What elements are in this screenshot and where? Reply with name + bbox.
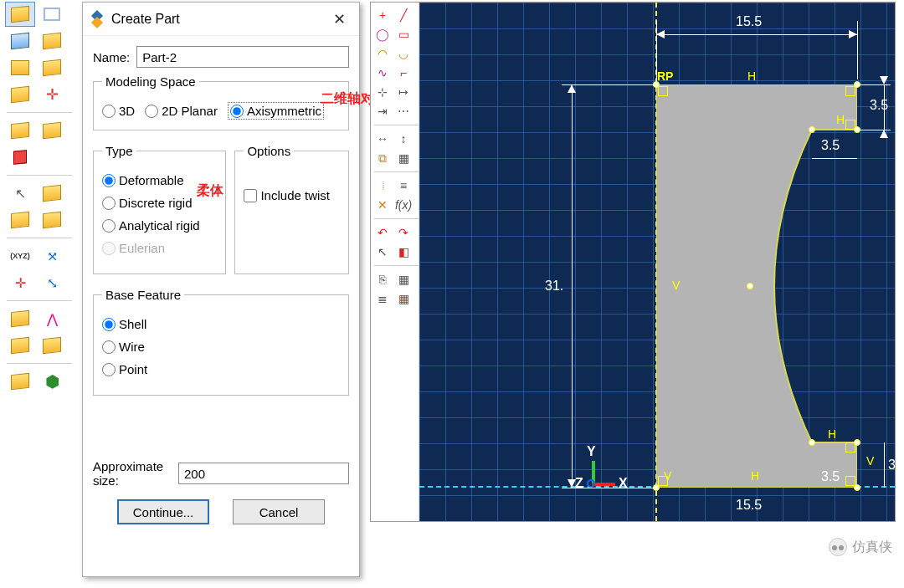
sketch-redo-icon[interactable]: ↷ (393, 223, 413, 242)
name-label: Name: (93, 50, 130, 64)
radio-shell[interactable]: Shell (102, 317, 146, 331)
sketch-construct-icon[interactable]: ⊹ (372, 83, 393, 101)
part-name-input[interactable] (136, 46, 349, 68)
constraint-h: H (836, 113, 845, 126)
tool-icon[interactable]: ✛ (5, 270, 35, 295)
datum-axis-icon[interactable]: ⤧ (37, 243, 67, 268)
tool-icon[interactable]: ✛ (37, 82, 67, 107)
tool-icon[interactable] (37, 118, 67, 143)
tool-icon[interactable] (5, 207, 35, 233)
datum-csys-icon[interactable]: (XYZ) (5, 243, 35, 268)
checkbox-include-twist[interactable]: Include twist (244, 188, 340, 202)
tool-icon[interactable]: ⋀ (37, 306, 67, 331)
sketch-canvas[interactable]: /* placeholder */ RP (419, 3, 895, 521)
annotation-deformable: 柔体 (197, 182, 223, 200)
sketch-grid2-icon[interactable]: ▦ (393, 270, 413, 289)
wechat-icon (829, 538, 847, 556)
constraint-v: V (664, 469, 671, 483)
tool-icon[interactable] (5, 333, 35, 358)
dim-top-width: 15.5 (736, 14, 762, 29)
tool-icon[interactable] (37, 207, 67, 233)
tool-icon[interactable] (5, 118, 35, 143)
type-group: Type Deformable Discrete rigid Analytica… (93, 144, 226, 274)
radio-eulerian: Eulerian (102, 241, 165, 255)
sketch-grid-icon[interactable]: ▦ (393, 149, 413, 167)
tool-icon[interactable]: ⤡ (37, 270, 67, 295)
sketch-ref-icon[interactable]: ⋯ (393, 102, 413, 120)
corner-marker-icon (845, 86, 855, 96)
sketch-arc-icon[interactable]: ◠ (372, 44, 393, 63)
base-feature-legend: Base Feature (102, 288, 184, 302)
sketch-delete-icon[interactable]: ✕ (372, 196, 393, 214)
sketch-erase-icon[interactable]: ◧ (393, 243, 413, 261)
sketch-line-icon[interactable]: ╱ (393, 6, 413, 24)
sketch-cursor-icon[interactable]: ↖ (372, 243, 393, 261)
sketch-extend-icon[interactable]: ≡ (393, 176, 413, 195)
corner-marker-icon (658, 86, 668, 96)
radio-analytical-rigid[interactable]: Analytical rigid (102, 218, 200, 233)
sketch-project-icon[interactable]: ↦ (393, 83, 413, 101)
tool-icon[interactable] (5, 369, 35, 394)
watermark: 仿真侠 (829, 538, 892, 556)
create-part-dialog: Create Part ✕ Name: Modeling Space 3D 2D… (82, 2, 360, 577)
continue-button[interactable]: Continue... (117, 499, 209, 524)
sketch-toolbar: +╱ ◯▭ ◠◡ ∿⌐ ⊹↦ ⇥⋯ ↔↕ ⧉▦ ⸽≡ ✕f(x) ↶↷ ↖◧ ⎘… (371, 3, 419, 521)
tool-icon[interactable] (5, 82, 35, 107)
cancel-button[interactable]: Cancel (233, 499, 325, 524)
dialog-title: Create Part (111, 12, 326, 27)
constraint-h: H (747, 69, 756, 83)
tool-icon[interactable]: ↖ (5, 181, 35, 206)
app-logo-icon (90, 12, 105, 27)
radio-wire[interactable]: Wire (102, 340, 145, 354)
tool-icon[interactable] (37, 181, 67, 206)
modeling-space-legend: Modeling Space (102, 74, 199, 89)
radio-2d-planar[interactable]: 2D Planar (145, 104, 218, 118)
sketch-copy-icon[interactable]: ⎘ (372, 270, 393, 289)
tool-icon[interactable] (5, 145, 35, 170)
sketch-matrix-icon[interactable]: ▦ (393, 289, 413, 308)
sketch-list-icon[interactable]: ≣ (372, 289, 393, 308)
constraint-h: H (751, 469, 759, 483)
radio-deformable[interactable]: Deformable (102, 173, 184, 187)
sketch-point-icon[interactable]: + (372, 6, 393, 24)
sketch-circle-icon[interactable]: ◯ (372, 25, 393, 43)
sketch-viewport: +╱ ◯▭ ◠◡ ∿⌐ ⊹↦ ⇥⋯ ↔↕ ⧉▦ ⸽≡ ✕f(x) ↶↷ ↖◧ ⎘… (370, 2, 896, 522)
dim-step-w-top: 3.5 (821, 138, 840, 153)
tool-icon[interactable] (37, 28, 67, 54)
dim-step-w-bot: 3.5 (821, 469, 840, 484)
constraint-h: H (828, 427, 836, 441)
create-part-icon[interactable] (5, 2, 35, 27)
dim-step-h-top: 3.5 (870, 98, 888, 113)
tool-icon[interactable] (5, 55, 35, 80)
sketch-func-icon[interactable]: f(x) (393, 196, 413, 214)
radio-axisymmetric[interactable]: Axisymmetric (228, 102, 324, 120)
sketch-hdim-icon[interactable]: ↔ (372, 130, 393, 148)
sketch-trim-icon[interactable]: ⸽ (372, 176, 393, 195)
dim-step-h-bot: 3.5 (888, 458, 895, 473)
radio-discrete-rigid[interactable]: Discrete rigid (102, 196, 193, 210)
sketch-spline-icon[interactable]: ∿ (372, 64, 393, 82)
options-group: Options Include twist (234, 144, 349, 274)
tool-icon[interactable] (5, 306, 35, 331)
sketch-arc3-icon[interactable]: ◡ (393, 44, 413, 63)
base-feature-group: Base Feature Shell Wire Point (93, 288, 349, 396)
sketch-offset-icon[interactable]: ⇥ (372, 102, 393, 120)
tool-icon[interactable] (5, 28, 35, 54)
module-toolbar: ✛ ↖ (XYZ) ⤧ ✛ ⤡ ⋀ ⬢ (5, 2, 74, 394)
modeling-space-group: Modeling Space 3D 2D Planar Axisymmetric (93, 74, 349, 130)
tool-icon[interactable] (37, 55, 67, 80)
radio-point[interactable]: Point (102, 362, 147, 376)
sketch-ddim-icon[interactable]: ⧉ (372, 149, 393, 167)
radio-3d[interactable]: 3D (102, 104, 135, 118)
part-manager-icon[interactable] (37, 2, 67, 27)
sketch-undo-icon[interactable]: ↶ (372, 223, 393, 242)
sketch-rect-icon[interactable]: ▭ (393, 25, 413, 43)
view-triad: X Y Z (575, 442, 625, 493)
tool-icon[interactable]: ⬢ (37, 369, 67, 394)
approx-size-input[interactable] (178, 463, 349, 484)
sketch-vdim-icon[interactable]: ↕ (393, 130, 413, 148)
constraint-v: V (866, 454, 874, 468)
sketch-fillet-icon[interactable]: ⌐ (393, 64, 413, 82)
tool-icon[interactable] (37, 333, 67, 358)
close-button[interactable]: ✕ (326, 6, 352, 33)
